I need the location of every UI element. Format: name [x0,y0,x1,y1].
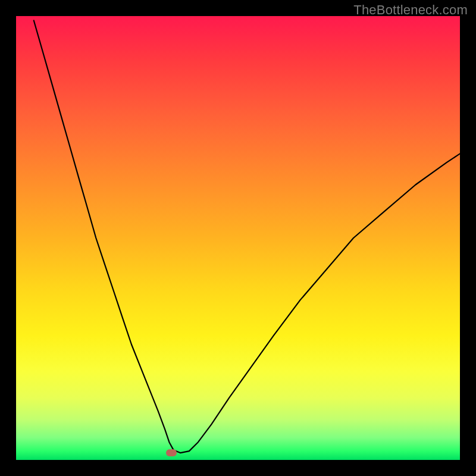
curve-svg [16,16,460,460]
watermark: TheBottleneck.com [353,2,468,18]
chart-plot-area [16,16,460,460]
bottleneck-curve [34,21,460,453]
minimum-marker [166,449,177,456]
